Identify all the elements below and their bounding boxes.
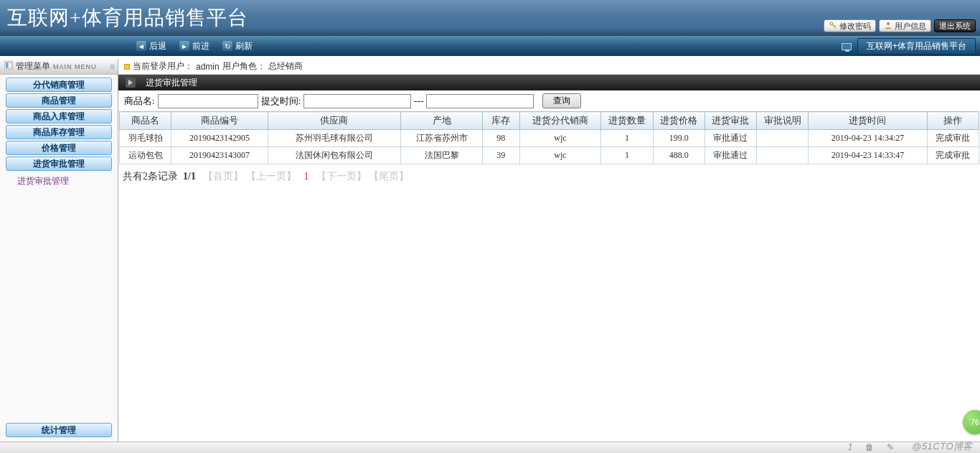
filter-bar: 商品名: 提交时间: --- 查询 [118,90,980,111]
cell: 20190423143007 [171,147,268,164]
pager-next[interactable]: 【下一页】 [316,171,367,182]
sidebar-item-0[interactable]: 分代销商管理 [6,78,112,92]
cell [757,147,809,164]
login-prefix: 当前登录用户： [133,60,193,73]
play-icon [126,78,136,88]
pager-total: 共有2条记录 [123,171,178,182]
marker-icon [124,64,130,70]
data-table: 商品名商品编号供应商产地库存进货分代销商进货数量进货价格进货审批审批说明进货时间… [119,111,979,164]
pager-current: 1 [303,171,308,182]
col-8: 进货审批 [705,112,756,130]
cell: 江苏省苏州市 [401,130,483,147]
sidebar-item-1[interactable]: 商品管理 [6,93,112,108]
app-banner: 互联网+体育用品销售平台 修改密码 用户信息 退出系统 [0,0,980,36]
cell: wjc [519,147,601,164]
col-0: 商品名 [120,112,171,130]
arrow-right-icon: ► [179,41,189,51]
sidebar-item-4[interactable]: 价格管理 [6,141,112,155]
filter-time-label: 提交时间: [261,95,301,108]
svg-point-1 [887,22,890,25]
monitor-icon [842,43,852,50]
cell: 运动包包 [120,147,171,164]
sidebar-header: 管理菜单 MAIN MENU ≡ [0,59,118,75]
pager-first[interactable]: 【首页】 [203,171,243,182]
cell: 法国巴黎 [401,147,483,164]
col-3: 产地 [401,112,483,130]
cell: 2019-04-23 14:34:27 [809,130,927,147]
cell: 羽毛球拍 [120,130,171,147]
refresh-icon: ↻ [222,41,232,51]
collapse-icon[interactable]: ≡ [110,62,113,72]
role-prefix: 用户角色： [222,60,265,73]
submit-time-from-input[interactable] [303,94,411,108]
cell: 苏州羽毛球有限公司 [268,130,401,147]
table-row: 运动包包20190423143007法国休闲包有限公司法国巴黎39wjc1488… [120,147,979,164]
sidebar-menu: 分代销商管理商品管理商品入库管理商品库存管理价格管理进货审批管理进货审批管理 [0,75,118,190]
pager-last[interactable]: 【尾页】 [369,171,409,182]
product-name-input[interactable] [158,94,258,108]
cell: wjc [519,130,601,147]
cell: 1 [601,130,653,147]
nav-forward-button[interactable]: ► 前进 [179,40,209,52]
nav-back-button[interactable]: ◄ 后退 [136,40,166,52]
col-4: 库存 [483,112,520,130]
toolbar-app-label: 互联网+体育用品销售平台 [857,38,976,55]
sidebar-item-3[interactable]: 商品库存管理 [6,125,112,139]
sidebar-title: 管理菜单 [16,60,50,73]
login-user: admin [196,62,220,72]
filter-name-label: 商品名: [124,95,155,108]
svg-rect-4 [9,62,11,68]
nav-forward-label: 前进 [192,40,209,52]
login-role: 总经销商 [268,60,303,73]
cell: 审批通过 [705,130,756,147]
table-row: 羽毛球拍20190423142905苏州羽毛球有限公司江苏省苏州市98wjc11… [120,130,979,147]
col-10: 进货时间 [809,112,927,130]
login-info-bar: 当前登录用户： admin 用户角色： 总经销商 [118,59,980,75]
sidebar: 管理菜单 MAIN MENU ≡ 分代销商管理商品管理商品入库管理商品库存管理价… [0,59,118,442]
pagination: 共有2条记录 1/1 【首页】 【上一页】 1 【下一页】 【尾页】 [118,164,980,189]
cell: 1 [601,147,653,164]
sidebar-item-5[interactable]: 进货审批管理 [6,157,112,171]
cell: 39 [483,147,520,164]
submit-time-to-input[interactable] [426,94,534,108]
query-button[interactable]: 查询 [542,93,581,108]
svg-rect-3 [6,62,8,68]
cell: 2019-04-23 14:33:47 [809,147,927,164]
panel-icon [4,61,13,72]
table-header-row: 商品名商品编号供应商产地库存进货分代销商进货数量进货价格进货审批审批说明进货时间… [120,112,979,130]
nav-back-label: 后退 [149,40,166,52]
nav-refresh-label: 刷新 [235,40,253,52]
share-icon[interactable]: ⤴ [848,442,852,452]
cell: 98 [483,130,520,147]
filter-separator: --- [414,95,423,107]
col-11: 操作 [927,112,979,130]
col-9: 审批说明 [757,112,809,130]
edit-icon[interactable]: ✎ [887,442,894,452]
status-bar [0,442,980,453]
sidebar-item-2[interactable]: 商品入库管理 [6,109,112,123]
pager-pages: 1/1 [183,171,196,182]
watermark: @51CTO博客 [912,440,973,453]
toolbar: ◄ 后退 ► 前进 ↻ 刷新 互联网+体育用品销售平台 [0,36,980,56]
cell: 20190423142905 [171,130,268,147]
content-area: 当前登录用户： admin 用户角色： 总经销商 进货审批管理 商品名: 提交时… [118,59,980,442]
pager-prev[interactable]: 【上一页】 [246,171,296,182]
cell: 法国休闲包有限公司 [268,147,401,164]
section-title: 进货审批管理 [146,77,197,89]
row-action-complete[interactable]: 完成审批 [927,130,979,147]
col-7: 进货价格 [653,112,705,130]
col-2: 供应商 [268,112,401,130]
cell: 审批通过 [705,147,756,164]
table-body: 羽毛球拍20190423142905苏州羽毛球有限公司江苏省苏州市98wjc11… [120,130,979,164]
cell: 199.0 [653,130,705,147]
col-6: 进货数量 [601,112,653,130]
cell [757,130,809,147]
sidebar-item-stats[interactable]: 统计管理 [6,423,112,437]
nav-refresh-button[interactable]: ↻ 刷新 [222,40,253,52]
trash-icon[interactable]: 🗑 [865,442,874,452]
row-action-complete[interactable]: 完成审批 [927,147,979,164]
col-1: 商品编号 [171,112,268,130]
sidebar-subtitle: MAIN MENU [53,63,97,70]
col-5: 进货分代销商 [519,112,601,130]
sidebar-subitem-approval[interactable]: 进货审批管理 [0,172,118,190]
